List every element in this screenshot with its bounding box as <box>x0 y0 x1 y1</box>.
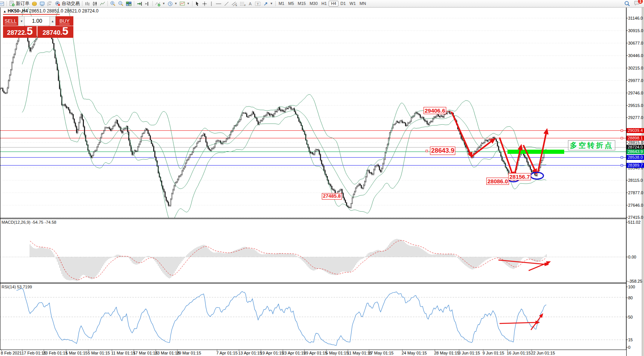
chart-title: ▲ HK50-,H4 28651.0 28851.0 28621.0 28724… <box>3 8 98 14</box>
zoom-out-icon <box>118 1 124 6</box>
text-icon: A <box>248 1 253 6</box>
search-icon[interactable] <box>624 1 630 6</box>
symbol-period-label: HK50-,H4 <box>8 8 28 14</box>
timeframe-W1[interactable]: W1 <box>348 1 358 6</box>
chart-shift-button[interactable] <box>143 0 151 7</box>
toolbar-separator <box>275 1 276 6</box>
fibonacci-tool-button[interactable]: F <box>239 0 247 7</box>
text-label-tool-button[interactable]: T <box>254 0 262 7</box>
charts-window-button[interactable] <box>0 0 5 7</box>
periods-button[interactable]: ▼ <box>166 0 178 7</box>
arrows-tool-button[interactable]: ▼ <box>262 0 274 7</box>
crosshair-tool-button[interactable] <box>201 0 208 7</box>
auto-trading-icon <box>55 1 61 6</box>
new-order-label: 新订单 <box>16 0 29 7</box>
candlestick-chart-icon <box>92 1 98 6</box>
trendline-icon <box>224 1 229 6</box>
gold-coin-icon <box>32 1 37 6</box>
svg-text:A: A <box>249 2 252 6</box>
tile-windows-button[interactable] <box>125 0 133 7</box>
one-click-trading-panel: SELL ▼ 1.00 ▲ BUY 28722.5 28740.5 <box>3 16 73 38</box>
clock-icon <box>168 1 173 6</box>
sell-button[interactable]: SELL <box>3 16 18 26</box>
notification-badge: 1 <box>638 0 643 4</box>
buy-price[interactable]: 28740.5 <box>37 26 73 38</box>
chart-shift-icon <box>144 1 150 6</box>
sell-price[interactable]: 28722.5 <box>3 26 37 38</box>
dropdown-caret: ▼ <box>174 2 177 5</box>
svg-text:T: T <box>257 2 259 6</box>
zoom-in-icon <box>110 1 116 6</box>
bar-chart-icon <box>85 1 90 6</box>
title-underline <box>3 14 60 15</box>
volume-increase-button[interactable]: ▲ <box>50 16 56 26</box>
cursor-tool-button[interactable] <box>194 0 201 7</box>
notifications-button[interactable]: 1 <box>634 0 640 7</box>
timeframe-M1[interactable]: M1 <box>277 1 286 6</box>
chart-canvas[interactable] <box>0 0 644 356</box>
new-order-button[interactable]: 新订单 <box>8 0 31 7</box>
dropdown-caret: ▼ <box>270 2 273 5</box>
main-toolbar: 新订单 自动交易 ▼ ▼ <box>0 0 644 8</box>
tile-windows-icon <box>126 1 132 6</box>
svg-text:F: F <box>244 4 246 6</box>
templates-button[interactable]: ▼ <box>178 0 191 7</box>
timeframe-M15[interactable]: M15 <box>296 1 307 6</box>
svg-text:E: E <box>236 4 237 6</box>
horizontal-line-tool-button[interactable] <box>214 0 223 7</box>
text-tool-button[interactable]: A <box>247 0 254 7</box>
dropdown-caret: ▼ <box>162 2 165 5</box>
toolbar-separator <box>107 1 108 6</box>
market-icon <box>39 1 45 6</box>
timeframe-MN[interactable]: MN <box>358 1 368 6</box>
toolbar-separator <box>6 1 7 6</box>
auto-trading-label: 自动交易 <box>62 0 80 7</box>
horizontal-line-icon <box>216 1 222 6</box>
trendline-tool-button[interactable] <box>223 0 230 7</box>
timeframe-bar: M1M5M15M30H1H4D1W1MN <box>277 1 368 6</box>
timeframe-M5[interactable]: M5 <box>286 1 296 6</box>
bar-chart-button[interactable] <box>84 0 91 7</box>
equidistant-channel-icon: E <box>231 1 237 6</box>
auto-scroll-icon <box>137 1 142 6</box>
toolbar-separator <box>192 1 192 6</box>
ohlc-values: 28651.0 28851.0 28621.0 28724.0 <box>29 8 99 14</box>
indicators-icon <box>155 1 161 6</box>
new-order-icon <box>9 1 15 6</box>
toolbar-separator <box>152 1 153 6</box>
collapse-arrow-icon[interactable]: ▲ <box>3 9 6 13</box>
auto-trading-button[interactable]: 自动交易 <box>54 0 81 7</box>
buy-button[interactable]: BUY <box>56 16 73 26</box>
cursor-icon <box>195 1 200 6</box>
toolbar-separator <box>134 1 134 6</box>
timeframe-H1[interactable]: H1 <box>320 1 329 6</box>
zoom-in-button[interactable] <box>109 0 117 7</box>
channel-tool-button[interactable]: E <box>230 0 239 7</box>
dropdown-caret: ▼ <box>187 2 190 5</box>
fibonacci-icon: F <box>240 1 246 6</box>
line-chart-button[interactable] <box>99 0 106 7</box>
vertical-line-tool-button[interactable] <box>208 0 214 7</box>
timeframe-H4[interactable]: H4 <box>329 1 338 6</box>
signal-icon <box>47 1 53 6</box>
template-icon <box>180 1 185 6</box>
line-chart-icon <box>100 1 105 6</box>
arrow-objects-icon <box>263 1 268 6</box>
volume-decrease-button[interactable]: ▼ <box>19 16 25 26</box>
candlestick-chart-button[interactable] <box>91 0 99 7</box>
volume-input[interactable]: 1.00 <box>24 16 51 26</box>
indicators-button[interactable]: ▼ <box>154 0 166 7</box>
auto-scroll-button[interactable] <box>135 0 143 7</box>
toolbar-separator <box>82 1 82 6</box>
timeframe-M30[interactable]: M30 <box>308 1 320 6</box>
signals-button[interactable] <box>46 0 54 7</box>
text-label-icon: T <box>255 1 261 6</box>
timeframe-D1[interactable]: D1 <box>338 1 348 6</box>
crosshair-icon <box>202 1 207 6</box>
chart-window-icon <box>0 1 4 6</box>
zoom-out-button[interactable] <box>117 0 125 7</box>
deposit-button[interactable] <box>31 0 38 7</box>
vertical-line-icon <box>209 1 213 6</box>
market-button[interactable] <box>38 0 46 7</box>
